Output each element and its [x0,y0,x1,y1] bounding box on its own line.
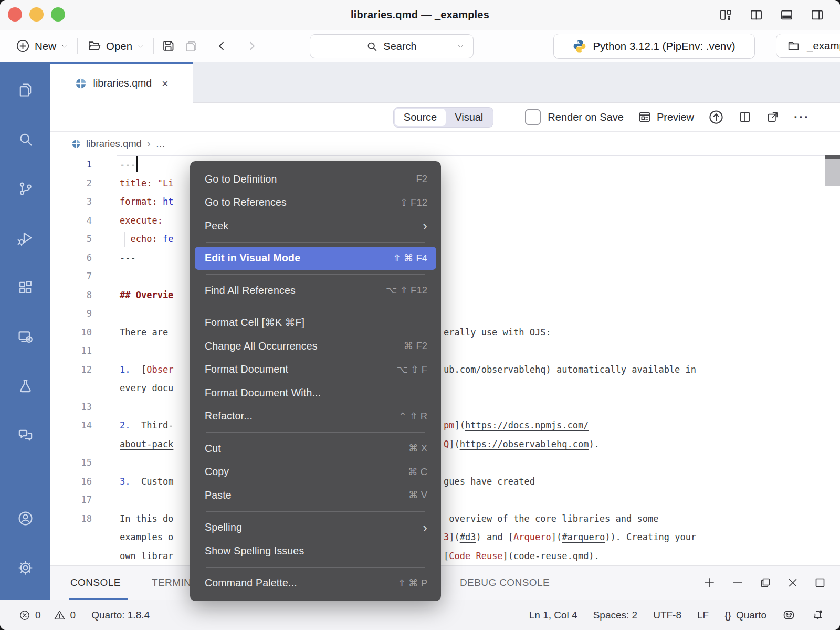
settings-gear-icon[interactable] [11,553,39,582]
indentation-status[interactable]: Spaces: 2 [593,610,638,621]
menu-item-format-document-with[interactable]: Format Document With... [190,381,441,405]
code-text[interactable]: own librar [120,547,173,566]
code-line[interactable]: own librar[Code Reuse](code-reuse.qmd). [50,547,840,566]
code-line[interactable]: 163. Customgues have created [50,472,840,491]
code-text[interactable]: gues have created [444,472,535,491]
menu-item-format-document[interactable]: Format Document⌥ ⇧ F [190,358,441,382]
quarto-version-status[interactable]: Quarto: 1.8.4 [91,610,150,621]
render-icon[interactable] [708,109,724,125]
visual-mode-button[interactable]: Visual [446,109,492,126]
code-line[interactable]: 7 [50,267,840,286]
code-text[interactable]: [Code Reuse](code-reuse.qmd). [444,547,600,566]
notifications-bell-icon[interactable] [811,608,824,622]
code-text[interactable]: Q](https://observablehq.com). [444,435,600,454]
breadcrumb[interactable]: libraries.qmd › … [50,132,840,155]
code-text[interactable]: ## Overvie [120,286,173,305]
forward-icon[interactable] [246,40,258,52]
menu-item-format-cell-k-f[interactable]: Format Cell [⌘K ⌘F] [190,311,441,335]
code-line[interactable]: every docu [50,379,840,398]
breadcrumb-file[interactable]: libraries.qmd [86,138,142,150]
code-editor[interactable]: 1---2title: "Li3format: ht4execute:5 ech… [50,155,840,565]
problems-status[interactable]: 0 0 [19,609,76,621]
code-text[interactable]: ub.com/observablehq) automatically avail… [444,361,696,380]
toggle-secondary-sidebar-icon[interactable] [810,8,824,22]
code-line[interactable]: 18In this do overview of the core librar… [50,510,840,529]
interpreter-selector[interactable]: Python 3.12.1 (PipEnv: .venv) [553,34,755,59]
menu-item-show-spelling-issues[interactable]: Show Spelling Issues [190,539,441,563]
menu-item-find-all-references[interactable]: Find All References⌥ ⇧ F12 [190,279,441,302]
menu-item-go-to-references[interactable]: Go to References⇧ F12 [190,191,441,215]
cursor-position-status[interactable]: Ln 1, Col 4 [529,610,578,621]
testing-flask-icon[interactable] [11,372,39,400]
code-text[interactable]: 3. Custom [120,472,173,491]
code-line[interactable]: examples o3](#d3) and [Arquero](#arquero… [50,528,840,547]
code-text[interactable]: format: ht [120,193,173,212]
code-line[interactable]: 17 [50,491,840,510]
code-text[interactable]: --- [120,155,136,174]
eol-status[interactable]: LF [697,610,709,621]
run-debug-icon[interactable] [11,224,39,252]
code-text[interactable]: 2. Third- [120,416,173,435]
code-line[interactable]: 9 [50,304,840,323]
sessions-icon[interactable] [11,322,39,351]
split-editor-layout-icon[interactable] [749,8,763,22]
code-text[interactable]: 3](#d3) and [Arquero](#arquero)). Creati… [444,528,696,547]
toggle-panel-icon[interactable] [780,8,794,22]
encoding-status[interactable]: UTF-8 [653,610,681,621]
code-text[interactable]: title: "Li [120,174,173,193]
tab-libraries-qmd[interactable]: libraries.qmd × [50,62,193,103]
extensions-icon[interactable] [11,273,39,301]
save-all-icon[interactable] [184,39,198,53]
code-line[interactable]: 15 [50,454,840,472]
panel-tab-debug-console[interactable]: DEBUG CONSOLE [460,566,550,600]
explorer-icon[interactable] [11,76,39,104]
new-console-plus-icon[interactable] [702,576,716,590]
code-text[interactable]: echo: fe [120,230,173,249]
account-icon[interactable] [11,504,39,532]
open-button[interactable]: Open [85,39,146,53]
code-text[interactable]: --- [120,249,136,268]
open-in-new-window-icon[interactable] [766,110,780,124]
code-line[interactable]: 2title: "Li [50,174,840,193]
code-text[interactable]: overview of the core libraries and some [444,510,658,529]
menu-item-refactor[interactable]: Refactor...⌃ ⇧ R [190,405,441,428]
menu-item-copy[interactable]: Copy⌘ C [190,460,441,484]
code-text[interactable]: erally use with OJS: [444,323,551,342]
panel-tab-console[interactable]: CONSOLE [70,566,121,600]
code-line[interactable]: about-packQ](https://observablehq.com). [50,435,840,454]
source-mode-button[interactable]: Source [395,109,446,126]
menu-item-cut[interactable]: Cut⌘ X [190,437,441,460]
menu-item-change-all-occurrences[interactable]: Change All Occurrences⌘ F2 [190,334,441,358]
search-sidebar-icon[interactable] [11,125,39,153]
code-line[interactable]: 8## Overvie [50,286,840,305]
code-text[interactable]: In this do [120,510,173,529]
code-line[interactable]: 5 echo: fe [50,230,840,249]
minimize-panel-icon[interactable] [731,576,744,590]
code-line[interactable]: 3format: ht [50,193,840,212]
code-line[interactable]: 121. [Obserub.com/observablehq) automati… [50,361,840,380]
new-button[interactable]: New [14,39,70,53]
breadcrumb-more[interactable]: … [156,138,166,150]
menu-item-spelling[interactable]: Spelling› [190,516,441,540]
code-text[interactable]: every docu [120,379,173,398]
code-line[interactable]: 142. Third-pm](https://docs.npmjs.com/ [50,416,840,435]
menu-item-paste[interactable]: Paste⌘ V [190,484,441,507]
code-line[interactable]: 1--- [50,155,840,174]
save-icon[interactable] [161,39,175,53]
more-actions-icon[interactable]: ··· [794,110,810,124]
code-text[interactable]: examples o [120,528,173,547]
code-text[interactable]: execute: [120,212,163,230]
comments-icon[interactable] [11,421,39,449]
search-input[interactable]: Search [310,34,474,58]
menu-item-command-palette[interactable]: Command Palette...⇧ ⌘ P [190,572,441,595]
code-line[interactable]: 6--- [50,249,840,268]
split-editor-icon[interactable] [738,110,752,124]
language-mode-status[interactable]: {} Quarto [724,610,766,621]
code-line[interactable]: 10There are erally use with OJS: [50,323,840,342]
close-tab-icon[interactable]: × [162,77,168,90]
customize-layout-icon[interactable] [719,8,733,22]
code-text[interactable]: about-pack [120,435,173,454]
source-control-icon[interactable] [11,174,39,203]
back-icon[interactable] [216,40,228,52]
code-line[interactable]: 4execute: [50,212,840,230]
